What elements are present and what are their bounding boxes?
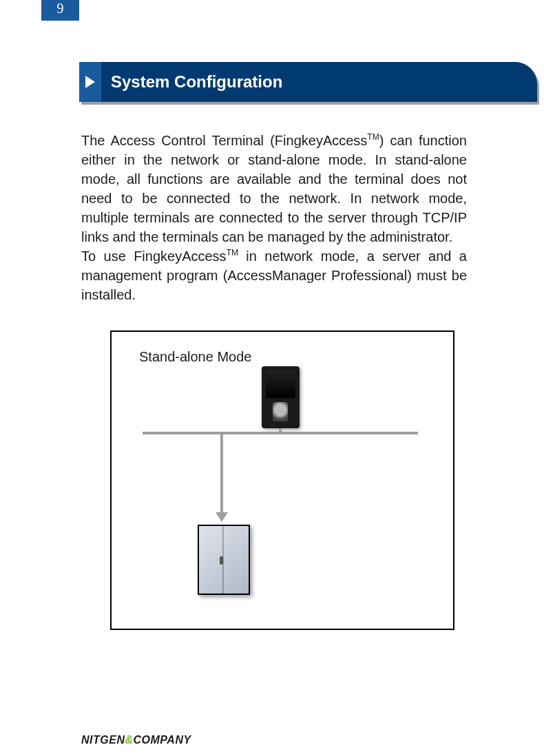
access-terminal-icon bbox=[262, 366, 300, 428]
trademark-sup: TM bbox=[367, 132, 379, 142]
paragraph-1b: ) can function either in the network or … bbox=[81, 133, 467, 244]
triangle-right-icon bbox=[85, 76, 95, 88]
paragraph-1a: The Access Control Terminal (FingkeyAcce… bbox=[81, 133, 367, 148]
heading-front: System Configuration bbox=[79, 62, 537, 102]
footer-brand: NITGEN&COMPANY bbox=[81, 734, 191, 746]
paragraph-2a: To use FingkeyAccess bbox=[81, 249, 227, 264]
footer-brand-b: COMPANY bbox=[134, 734, 191, 746]
section-heading-banner: System Configuration bbox=[79, 62, 537, 102]
trademark-sup: TM bbox=[227, 248, 238, 258]
page-number: 9 bbox=[57, 1, 64, 16]
heading-arrow-block bbox=[79, 62, 101, 102]
footer-brand-a: NITGEN bbox=[81, 734, 125, 746]
connector-vline bbox=[220, 434, 223, 514]
svg-marker-0 bbox=[85, 76, 95, 88]
body-text: The Access Control Terminal (FingkeyAcce… bbox=[81, 131, 467, 304]
connector-hbar bbox=[143, 432, 418, 434]
footer-brand-amp: & bbox=[125, 734, 133, 746]
diagram-title: Stand-alone Mode bbox=[139, 349, 251, 365]
door-icon bbox=[198, 525, 250, 595]
page-number-tab: 9 bbox=[41, 0, 79, 21]
heading-title: System Configuration bbox=[101, 62, 537, 102]
arrow-down-icon bbox=[216, 512, 228, 522]
diagram-box: Stand-alone Mode bbox=[110, 330, 454, 630]
